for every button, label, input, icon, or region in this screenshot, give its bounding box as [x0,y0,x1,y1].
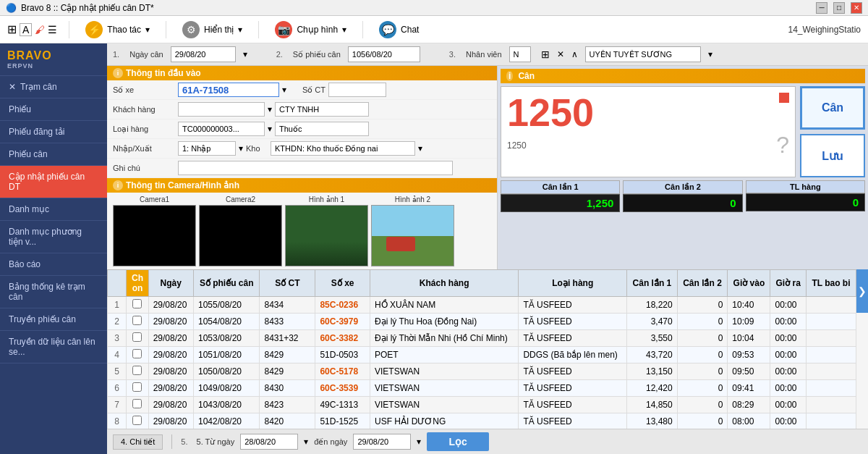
th-so-ct[interactable]: Số CT [260,270,315,297]
maximize-button[interactable]: □ [833,2,845,14]
kho-input[interactable] [271,141,415,156]
row-tlbaubi-6 [806,380,856,397]
table-row[interactable]: 2 29/08/20 1054/08/20 8433 60C-3979 Đại … [108,314,856,330]
sidebar-item-phieu-can[interactable]: Phiếu cân [0,143,107,166]
loc-button[interactable]: Lọc [427,432,488,451]
sidebar-item-cap-nhat-phieu-can-dt[interactable]: Cập nhật phiếu cân DT [0,166,107,198]
menu-chup-hinh[interactable]: 📷 Chụp hình ▾ [265,17,357,42]
sidebar-item-phieu-dang-tai[interactable]: Phiếu đăng tải [0,121,107,143]
so-xe-dropdown-arrow[interactable]: ▾ [282,85,286,95]
th-can-lan-1[interactable]: Cân lần 1 [627,270,678,297]
user-badge-arrow[interactable]: ▾ [708,49,712,59]
sidebar-item-bao-cao[interactable]: Báo cáo [0,253,107,276]
chon-checkbox-1[interactable] [132,299,142,308]
cap-nhat-label: Cập nhật phiếu cân DT [9,172,98,192]
den-ngay-arrow[interactable]: ▾ [417,437,421,447]
chon-checkbox-2[interactable] [132,316,142,325]
nhap-xuat-input[interactable] [178,141,236,156]
th-can-lan-2[interactable]: Cân lần 2 [677,270,728,297]
menu-hien-thi[interactable]: ⚙ Hiển thị ▾ [172,17,252,42]
sidebar-item-danh-muc[interactable]: Danh mục [0,198,107,221]
menu-chat[interactable]: 💬 Chat [369,17,429,42]
sidebar-item-truyen-du-lieu[interactable]: Truyền dữ liệu cân lên se... [0,331,107,363]
row-chon-3[interactable] [127,330,148,347]
loai-hang-input[interactable] [178,122,265,136]
table-row[interactable]: 1 29/08/20 1055/08/20 8434 85C-0236 HỒ X… [108,297,856,314]
table-row[interactable]: 6 29/08/20 1049/08/20 8430 60C-3539 VIET… [108,380,856,397]
th-ngay[interactable]: Ngày [148,270,193,297]
so-phieu-can-input[interactable] [348,46,420,62]
so-ct-input[interactable] [328,83,386,97]
th-so-xe[interactable]: Số xe [315,270,370,297]
row-chon-6[interactable] [127,380,148,397]
table-scroll[interactable]: Chon Ngày Số phiếu cân Số CT Số xe Khách… [107,269,856,429]
th-khach-hang[interactable]: Khách hàng [370,270,518,297]
danh-muc-label: Danh mục [9,204,49,214]
nhap-xuat-dropdown-arrow[interactable]: ▾ [239,143,243,154]
chon-checkbox-6[interactable] [132,382,142,392]
th-gio-vao[interactable]: Giờ vào [728,270,770,297]
tu-ngay-input[interactable] [240,434,298,450]
loai-hang-dropdown-arrow[interactable]: ▾ [268,124,272,134]
table-row[interactable]: 8 29/08/20 1042/08/20 8420 51D-1525 USF … [108,413,856,429]
chon-checkbox-5[interactable] [132,366,142,375]
chon-checkbox-7[interactable] [132,399,142,408]
sidebar-item-tram-can[interactable]: ✕ Trạm cân [0,76,107,98]
close-button[interactable]: ✕ [851,2,862,14]
th-gio-ra[interactable]: Giờ ra [770,270,806,297]
th-tl-bao-bi[interactable]: TL bao bi [806,270,856,297]
khach-hang-dropdown-arrow[interactable]: ▾ [268,104,272,114]
chon-checkbox-3[interactable] [132,332,142,342]
row-chon-2[interactable] [127,314,148,330]
scroll-right-button[interactable]: ❯ [856,269,868,313]
row-canlan2-1: 0 [677,297,728,314]
row-giovao-4: 09:53 [728,347,770,363]
th-so-phieu-can[interactable]: Số phiếu cân [193,270,260,297]
sidebar-item-bang-thong-ke-tram-can[interactable]: Bảng thống kê trạm cân [0,276,107,308]
so-xe-input[interactable] [178,83,279,97]
den-ngay-input[interactable] [353,434,411,450]
row-chon-4[interactable] [127,347,148,363]
nhan-vien-input[interactable] [509,46,531,62]
table-row[interactable]: 4 29/08/20 1051/08/20 8429 51D-0503 POET… [108,347,856,363]
row-giora-4: 00:00 [770,347,806,363]
minimize-button[interactable]: ─ [816,2,827,14]
tu-ngay-arrow[interactable]: ▾ [304,437,308,447]
row-chon-8[interactable] [127,413,148,429]
row-giovao-5: 09:50 [728,363,770,380]
row-chon-7[interactable] [127,397,148,413]
tl-hang-label: TL hàng [746,180,865,193]
row-sophieu-1: 1055/08/20 [193,297,260,314]
menu-thao-tac[interactable]: ⚡ Thao tác ▾ [75,17,160,42]
row-soct-7: 8423 [260,397,315,413]
sidebar-item-danh-muc-phuong-tien[interactable]: Danh mục phương tiện v... [0,221,107,253]
sidebar-logo: BRAVOERPVN [0,43,107,76]
cty-tnhh-input[interactable] [275,102,369,117]
th-loai-hang[interactable]: Loại hàng [519,270,627,297]
scale-indicators [779,93,789,106]
ghi-chu-input[interactable] [178,161,453,175]
table-row[interactable]: 7 29/08/20 1043/08/20 8423 49C-1313 VIET… [108,397,856,413]
row-chon-5[interactable] [127,363,148,380]
chon-checkbox-8[interactable] [132,416,142,425]
row-canlan2-7: 0 [677,397,728,413]
row-soxe-1: 85C-0236 [315,297,370,314]
row-giora-1: 00:00 [770,297,806,314]
thuoc-input[interactable] [275,122,369,136]
tab-chi-tiet[interactable]: 4. Chi tiết [113,434,163,450]
sidebar-item-phieu[interactable]: Phiếu [0,98,107,121]
can-button[interactable]: Cân [800,86,865,130]
kho-dropdown-arrow[interactable]: ▾ [418,143,422,154]
ngay-can-arrow[interactable]: ▾ [243,49,247,59]
window-title: Bravo 8 :: Cập nhật phiếu cân DT* [21,3,154,13]
row-chon-1[interactable] [127,297,148,314]
table-row[interactable]: 3 29/08/20 1053/08/20 8431+32 60C-3382 Đ… [108,330,856,347]
user-badge-input[interactable] [585,46,701,62]
luu-button[interactable]: Lưu [800,134,865,177]
can-lan-1-value: 1,250 [501,194,620,212]
table-row[interactable]: 5 29/08/20 1050/08/20 8429 60C-5178 VIET… [108,363,856,380]
chon-checkbox-4[interactable] [132,349,142,358]
ngay-can-input[interactable] [171,46,236,62]
khach-hang-input[interactable] [178,102,265,117]
sidebar-item-truyen-phieu-can[interactable]: Truyền phiếu cân [0,308,107,331]
